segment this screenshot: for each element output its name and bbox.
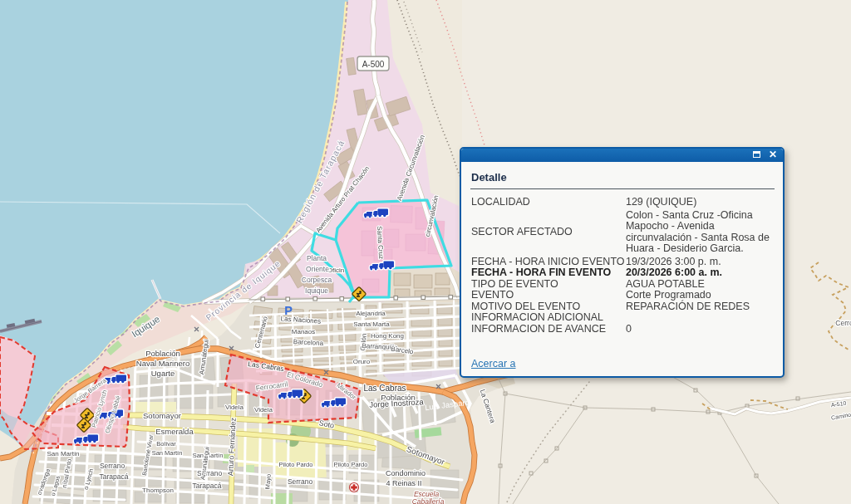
- svg-text:Caballería: Caballería: [412, 497, 445, 504]
- svg-text:Oficin: Oficin: [327, 267, 344, 274]
- svg-text:Iquique: Iquique: [305, 286, 328, 295]
- svg-text:Manaos: Manaos: [292, 328, 315, 335]
- svg-text:Planta: Planta: [307, 254, 327, 262]
- svg-text:Serrano: Serrano: [100, 462, 125, 470]
- svg-text:San Martín: San Martín: [152, 449, 183, 457]
- svg-text:Serrano: Serrano: [288, 477, 313, 486]
- svg-text:Alejandria: Alejandria: [356, 310, 386, 317]
- svg-text:Corpesca: Corpesca: [302, 276, 332, 284]
- svg-text:Ugarte: Ugarte: [151, 369, 175, 378]
- svg-text:Piloto Pardo: Piloto Pardo: [279, 461, 313, 468]
- svg-text:Sotomayor: Sotomayor: [143, 411, 181, 420]
- svg-text:A-500: A-500: [362, 60, 385, 69]
- svg-text:Población: Población: [145, 349, 180, 358]
- svg-text:Cerro: Cerro: [835, 319, 851, 327]
- svg-text:Hong Kong: Hong Kong: [371, 332, 404, 340]
- svg-text:Condominio: Condominio: [386, 469, 426, 477]
- svg-text:Las Cabras: Las Cabras: [363, 384, 406, 393]
- svg-text:Tarapacá: Tarapacá: [193, 482, 222, 490]
- svg-text:San Martín: San Martín: [47, 450, 79, 458]
- svg-text:Mayo: Mayo: [263, 474, 273, 490]
- svg-text:Santa Marta: Santa Marta: [353, 321, 390, 328]
- svg-text:Oriente: Oriente: [306, 265, 329, 273]
- svg-text:Esmeralda: Esmeralda: [155, 427, 194, 436]
- svg-text:4 Reinas II: 4 Reinas II: [386, 479, 421, 487]
- svg-text:Thompson: Thompson: [142, 487, 174, 494]
- svg-text:Oruro: Oruro: [353, 358, 371, 365]
- svg-text:Barcelona: Barcelona: [293, 338, 324, 347]
- svg-text:Piloto Pardo: Piloto Pardo: [334, 461, 368, 468]
- svg-text:Videla: Videla: [254, 406, 273, 413]
- svg-text:Bolívar: Bolívar: [156, 440, 176, 448]
- svg-text:Videla: Videla: [225, 404, 244, 411]
- svg-text:Tarapacá: Tarapacá: [100, 472, 129, 481]
- svg-text:Naval Marinero: Naval Marinero: [136, 359, 189, 368]
